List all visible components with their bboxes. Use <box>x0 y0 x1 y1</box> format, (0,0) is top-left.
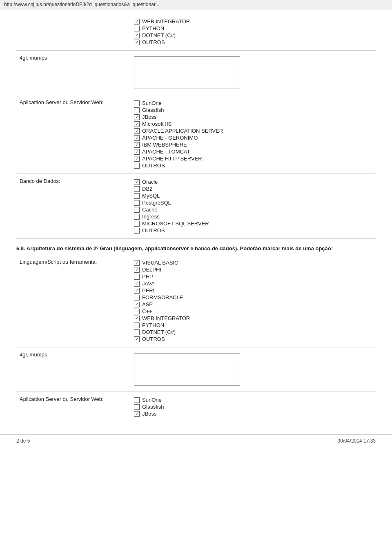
option-label: ASP <box>142 301 153 307</box>
cb-ibm-websphere-1[interactable]: ✓ <box>134 142 140 148</box>
option-label: PYTHON <box>142 25 164 31</box>
cb-python[interactable] <box>134 26 140 31</box>
option-asp-2: ✓ ASP <box>134 301 372 307</box>
browser-bar: http://www.cnj.jus.br/questionarioDPJ/?d… <box>0 0 392 9</box>
4gl-mumps-textarea-2[interactable] <box>134 353 240 386</box>
label-aplicattion-server-text-2: Aplicattion Server ou Servidor Web: <box>20 396 104 402</box>
label-4gl-text: 4gl, mumps <box>20 55 47 61</box>
cb-cpp-2[interactable] <box>134 309 140 314</box>
option-label: JBoss <box>142 114 156 120</box>
option-outros-server-1: OUTROS <box>134 162 372 169</box>
cb-formsoracle-2[interactable] <box>134 295 140 300</box>
row-aplicattion-server-2: Aplicattion Server ou Servidor Web: SunO… <box>16 392 376 422</box>
option-python-2: PYTHON <box>134 322 372 328</box>
option-dotnet-2: DOTNET (C#) <box>134 329 372 335</box>
option-postgresql-1: PostgreSQL <box>134 200 372 206</box>
option-label: C++ <box>142 308 152 314</box>
cb-cache-1[interactable] <box>134 207 140 213</box>
option-label: Oracle <box>142 179 158 185</box>
cb-python-2[interactable] <box>134 323 140 328</box>
cb-sunone-1[interactable] <box>134 100 140 106</box>
cb-mysql-1[interactable] <box>134 193 140 199</box>
cb-outros-server-1[interactable] <box>134 163 140 169</box>
cb-ingress-1[interactable] <box>134 214 140 220</box>
page-content: ✓ WEB INTEGRATOR PYTHON ✓ DOTNET (C#) ✓ … <box>0 9 392 430</box>
cb-asp-2[interactable]: ✓ <box>134 302 140 307</box>
options-linguagem: ✓ VISUAL BASIC ✓ DELPHI PHP ✓ JAVA <box>131 255 376 347</box>
option-db2-1: DB2 <box>134 186 372 192</box>
cb-jboss-1[interactable]: ✓ <box>134 114 140 120</box>
option-label: PostgreSQL <box>142 200 171 206</box>
option-label: IBM WEBSPHERE <box>142 142 187 148</box>
cb-postgresql-1[interactable] <box>134 200 140 206</box>
cb-apache-geronimo-1[interactable]: ✓ <box>134 135 140 141</box>
option-dotnet: ✓ DOTNET (C#) <box>134 32 372 38</box>
option-label: OUTROS <box>142 227 165 234</box>
cb-java-2[interactable]: ✓ <box>134 281 140 287</box>
option-label: APACHE HTTP SERVER <box>142 156 202 162</box>
option-outros-db-1: OUTROS <box>134 227 372 234</box>
label-aplicattion-server-1: Aplicattion Server ou Servidor Web: <box>16 95 131 174</box>
row-aplicattion-server-1: Aplicattion Server ou Servidor Web: SunO… <box>16 95 376 174</box>
footer-date: 30/04/2014 17:33 <box>338 438 376 444</box>
option-label: PERL <box>142 287 156 294</box>
option-label: SunOne <box>142 397 162 403</box>
cb-glassfish-1[interactable] <box>134 107 140 113</box>
cb-outros-db-1[interactable] <box>134 228 140 234</box>
label-banco-dados-text-1: Banco de Dados: <box>20 178 60 184</box>
label-linguagem-text: Linguagem/Script ou ferramenta: <box>20 259 97 265</box>
row-banco-dados-1: Banco de Dados: ✓ Oracle DB2 MySQL <box>16 174 376 239</box>
option-label: MySQL <box>142 193 160 199</box>
label-banco-dados-1: Banco de Dados: <box>16 174 131 239</box>
4gl-mumps-textarea-1[interactable] <box>134 56 240 89</box>
textarea-cell-2 <box>131 347 376 392</box>
option-label: PYTHON <box>142 322 164 328</box>
option-label: DOTNET (C#) <box>142 329 176 335</box>
option-python: PYTHON <box>134 25 372 31</box>
cb-outros-lang-2[interactable]: ✓ <box>134 336 140 342</box>
cb-dotnet-2[interactable] <box>134 329 140 335</box>
option-outros: ✓ OUTROS <box>134 39 372 45</box>
option-cache-1: Caché <box>134 207 372 213</box>
option-mysql-1: MySQL <box>134 193 372 199</box>
cb-jboss-2[interactable]: ✓ <box>134 411 140 417</box>
option-label: Glassfish <box>142 107 164 113</box>
option-label: ORACLE APPLICATION SERVER <box>142 128 223 134</box>
option-label: JBoss <box>142 411 156 417</box>
cb-glassfish-2[interactable] <box>134 404 140 410</box>
cb-web-integrator[interactable]: ✓ <box>134 19 140 24</box>
cb-perl-2[interactable]: ✓ <box>134 288 140 294</box>
cb-db2-1[interactable] <box>134 186 140 192</box>
option-glassfish-1: Glassfish <box>134 107 372 113</box>
option-java-2: ✓ JAVA <box>134 280 372 287</box>
options-banco-dados-1: ✓ Oracle DB2 MySQL PostgreSQL <box>131 174 376 239</box>
options-aplicattion-server-2: SunOne Glassfish ✓ JBoss <box>131 392 376 422</box>
cb-apache-http-1[interactable]: ✓ <box>134 156 140 162</box>
cb-delphi-2[interactable]: ✓ <box>134 267 140 273</box>
cb-outros[interactable]: ✓ <box>134 40 140 45</box>
option-label: Ingress <box>142 214 160 220</box>
form-table-68: Linguagem/Script ou ferramenta: ✓ VISUAL… <box>16 255 376 422</box>
cb-web-integrator-2[interactable]: ✓ <box>134 316 140 321</box>
option-vbasic-2: ✓ VISUAL BASIC <box>134 260 372 266</box>
label-4gl: 4gl, mumps <box>16 51 131 95</box>
cb-mssql-1[interactable] <box>134 221 140 227</box>
cb-dotnet[interactable]: ✓ <box>134 33 140 38</box>
cb-oracle-db-1[interactable]: ✓ <box>134 179 140 185</box>
option-label: Glassfish <box>142 404 164 410</box>
label-4gl-text-2: 4gl, mumps <box>20 352 47 358</box>
option-label: OUTROS <box>142 336 165 342</box>
option-php-2: PHP <box>134 274 372 280</box>
option-web-integrator: ✓ WEB INTEGRATOR <box>134 18 372 24</box>
cb-sunone-2[interactable] <box>134 397 140 403</box>
option-ingress-1: Ingress <box>134 214 372 220</box>
label-4gl-2: 4gl, mumps <box>16 347 131 392</box>
cb-apache-tomcat-1[interactable]: ✓ <box>134 149 140 155</box>
cb-vbasic-2[interactable]: ✓ <box>134 260 140 266</box>
cb-oracle-app-1[interactable]: ✓ <box>134 128 140 134</box>
option-ibm-websphere-1: ✓ IBM WEBSPHERE <box>134 142 372 148</box>
cb-msiis-1[interactable]: ✓ <box>134 121 140 127</box>
option-label: WEB INTEGRATOR <box>142 315 190 321</box>
option-label: APACHE - TOMCAT <box>142 149 190 155</box>
cb-php-2[interactable] <box>134 274 140 280</box>
